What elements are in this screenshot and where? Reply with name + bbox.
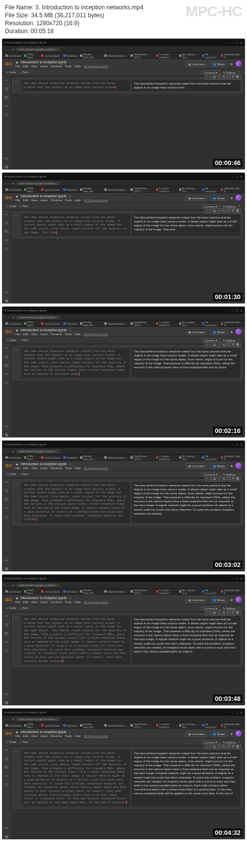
terminal-icon[interactable]: ▤ xyxy=(5,701,8,705)
menu-item-tools[interactable]: Tools xyxy=(65,735,72,738)
menu-item-tools[interactable]: Tools xyxy=(65,65,72,68)
expand-icon[interactable]: ⌃ xyxy=(238,473,241,476)
cell-toolbar-icon[interactable]: ↑ xyxy=(206,745,208,748)
star-icon[interactable]: ☆ xyxy=(69,60,72,64)
search-icon[interactable]: Q xyxy=(5,489,7,492)
cell-toolbar-icon[interactable]: ⛶ xyxy=(227,343,230,347)
address-bar[interactable]: colab.research.google.com/drive/... xyxy=(16,449,60,453)
bookmark-item[interactable]: Downloads xyxy=(5,322,21,325)
cell-toolbar-icon[interactable]: ⎘ xyxy=(232,611,234,614)
user-avatar[interactable] xyxy=(236,195,242,201)
menu-item-view[interactable]: View xyxy=(31,333,38,336)
forward-button[interactable]: → xyxy=(8,584,11,587)
share-button[interactable]: 👥 Share xyxy=(210,463,227,469)
bookmark-item[interactable]: OpenPersia (1971)… xyxy=(130,723,153,729)
toc-icon[interactable]: ≡ xyxy=(5,614,7,618)
bookmark-item[interactable]: myGovCareer xyxy=(41,322,60,325)
close-button[interactable]: ✕ xyxy=(240,309,243,312)
expand-icon[interactable]: ⌃ xyxy=(238,740,241,744)
search-icon[interactable]: Q xyxy=(5,757,7,760)
menu-item-insert[interactable]: Insert xyxy=(41,735,48,738)
forward-button[interactable]: → xyxy=(8,48,11,51)
toc-icon[interactable]: ≡ xyxy=(5,79,7,82)
window-controls[interactable]: —☐✕ xyxy=(231,175,243,178)
bookmark-item[interactable]: Facebook xyxy=(63,322,78,325)
notebook-cell[interactable]: ↑↓⊕⋮✎⛶⎘🗑[ ]the idea behind inception net… xyxy=(12,346,243,380)
menu-item-tools[interactable]: Tools xyxy=(65,601,72,604)
notebook-title[interactable]: ▲ Introduction to inception.ipynb ☆ xyxy=(15,328,183,332)
window-controls[interactable]: —☐✕ xyxy=(231,443,243,446)
cell-toolbar-icon[interactable]: ✎ xyxy=(223,75,225,79)
menu-item-runtime[interactable]: Runtime xyxy=(51,601,62,604)
toc-icon[interactable]: ≡ xyxy=(5,748,7,752)
menu-item-file[interactable]: File xyxy=(15,65,20,68)
terminal-icon[interactable]: ▤ xyxy=(5,165,8,169)
bookmark-item[interactable]: HTML Basic xyxy=(24,589,39,595)
editing-mode-button[interactable]: ✎ Editing xyxy=(223,740,235,744)
maximize-button[interactable]: ☐ xyxy=(236,711,238,714)
cell-toolbar-icon[interactable]: ↓ xyxy=(210,477,211,480)
cell-toolbar-icon[interactable]: 🗑 xyxy=(236,209,239,213)
menu-item-file[interactable]: File xyxy=(15,199,20,202)
user-avatar[interactable] xyxy=(236,329,242,335)
bookmark-item[interactable]: file comp.html xyxy=(202,455,218,461)
add-code-button[interactable]: + Code xyxy=(6,740,16,743)
back-button[interactable]: ← xyxy=(4,584,7,587)
cell-toolbar-icon[interactable]: ⋮ xyxy=(218,75,221,79)
cell-code-editor[interactable]: the idea behind inception networks state… xyxy=(22,214,130,236)
bookmark-item[interactable]: OpenPersia (1971)… xyxy=(130,321,153,327)
bookmark-item[interactable]: HTML Basic xyxy=(24,187,39,193)
close-button[interactable]: ✕ xyxy=(240,577,243,580)
cell-toolbar-icon[interactable]: ⛶ xyxy=(227,75,230,79)
cell-toolbar-icon[interactable]: ⛶ xyxy=(227,611,230,614)
notebook-title[interactable]: ▲ Introduction to inception.ipynb ☆ xyxy=(15,60,183,64)
add-text-button[interactable]: + Text xyxy=(20,740,28,743)
all-changes-saved-link[interactable]: All changes saved xyxy=(84,333,108,336)
expand-icon[interactable]: ⌃ xyxy=(238,339,241,342)
cell-code-editor[interactable]: the idea behind inception networks state… xyxy=(22,616,130,664)
minimize-button[interactable]: — xyxy=(231,711,234,714)
bookmark-item[interactable]: file comp.html xyxy=(202,589,218,595)
cell-toolbar-icon[interactable]: ↑ xyxy=(206,209,208,213)
cell-toolbar-icon[interactable]: ↓ xyxy=(210,343,211,347)
back-button[interactable]: ← xyxy=(4,182,7,185)
all-changes-saved-link[interactable]: All changes saved xyxy=(84,467,108,470)
notebook-cell[interactable]: ↑↓⊕⋮✎⛶⎘🗑[ ]the idea behind inception net… xyxy=(12,613,243,667)
cell-code-editor[interactable]: the idea behind inception networks state… xyxy=(22,750,130,806)
code-snippets-icon[interactable]: <> xyxy=(4,559,8,562)
bookmark-item[interactable]: Facebook xyxy=(63,590,78,593)
menu-item-edit[interactable]: Edit xyxy=(23,199,28,202)
toc-icon[interactable]: ≡ xyxy=(5,347,7,350)
share-button[interactable]: 👥 Share xyxy=(210,329,227,335)
cell-toolbar-icon[interactable]: ↑ xyxy=(206,343,208,347)
add-text-button[interactable]: + Text xyxy=(20,339,28,342)
reload-button[interactable]: ⟳ xyxy=(12,584,14,587)
settings-icon[interactable]: ⚙ xyxy=(230,62,233,66)
reload-button[interactable]: ⟳ xyxy=(12,450,14,453)
bookmark-item[interactable]: https/www/fab.p… xyxy=(104,188,128,191)
code-snippets-icon[interactable]: <> xyxy=(4,425,8,428)
bookmark-item[interactable]: Persian Data_PE… xyxy=(80,455,101,461)
bookmark-item[interactable]: file comp.html xyxy=(202,53,218,59)
secrets-icon[interactable]: ▭ xyxy=(5,104,8,108)
bookmark-item[interactable]: https/www/fab.p… xyxy=(104,54,128,57)
menu-item-help[interactable]: Help xyxy=(75,65,81,68)
settings-icon[interactable]: ⚙ xyxy=(230,732,233,736)
bookmark-item[interactable]: myGovCareer xyxy=(41,456,60,459)
bookmark-item[interactable]: 1 course problems xyxy=(156,589,176,595)
window-controls[interactable]: —☐✕ xyxy=(231,711,243,714)
add-text-button[interactable]: + Text xyxy=(20,71,28,74)
bookmark-item[interactable]: HTML Basic xyxy=(24,455,39,461)
maximize-button[interactable]: ☐ xyxy=(236,577,238,580)
bookmark-item[interactable]: Facebook xyxy=(63,456,78,459)
notebook-cell[interactable]: ↑↓⊕⋮✎⛶⎘🗑[ ]the idea behind inception net… xyxy=(12,212,243,238)
address-bar[interactable]: colab.research.google.com/drive/... xyxy=(16,47,60,51)
bookmark-item[interactable]: file comp.html xyxy=(202,321,218,327)
menu-item-edit[interactable]: Edit xyxy=(23,65,28,68)
bookmark-item[interactable]: https/www/fab.p… xyxy=(104,724,128,727)
address-bar[interactable]: colab.research.google.com/drive/... xyxy=(16,315,60,319)
add-code-button[interactable]: + Code xyxy=(6,339,16,342)
cell-toolbar-icon[interactable]: ⋮ xyxy=(218,343,221,347)
bookmark-item[interactable]: Facebook xyxy=(63,188,78,191)
cell-code-editor[interactable]: the idea behind inception networks state… xyxy=(22,80,130,91)
